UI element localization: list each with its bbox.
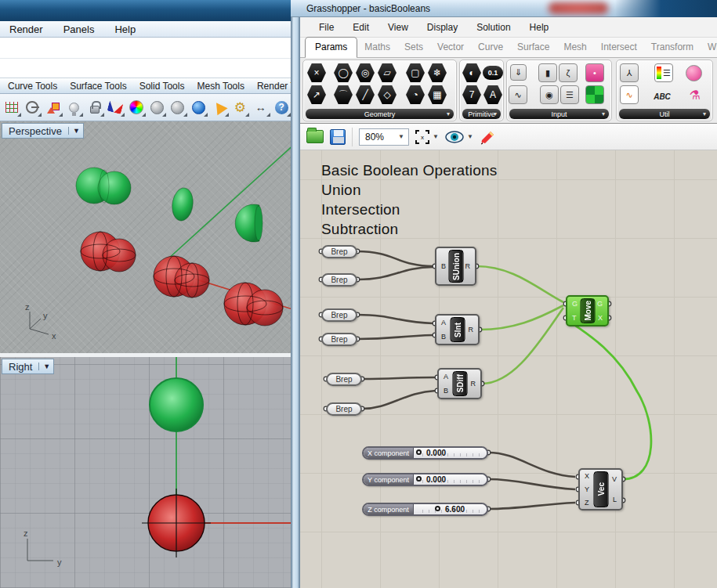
move-input-t[interactable]: T <box>572 314 577 322</box>
x-slider-track[interactable]: 0.000 <box>414 448 487 458</box>
right-viewport[interactable]: Right ▼ z <box>0 357 291 588</box>
y-slider-knob[interactable] <box>416 476 422 482</box>
brep-param-1[interactable]: Brep <box>321 245 357 258</box>
primitive-circle-icon[interactable]: ◐ <box>462 63 482 83</box>
move-label[interactable]: Move <box>580 298 595 323</box>
gears-icon[interactable]: ⚙ <box>231 97 250 117</box>
brep-param-6[interactable]: Brep <box>326 402 362 416</box>
sint-input-a[interactable]: A <box>441 319 446 326</box>
pink-sphere-icon[interactable] <box>686 65 702 81</box>
right-viewport-label[interactable]: Right ▼ <box>2 359 54 374</box>
sphere-icon[interactable] <box>148 97 167 117</box>
zoom-combobox[interactable]: 80% ▼ <box>359 128 409 146</box>
dimension-icon[interactable]: ↔ <box>252 97 270 117</box>
vec-output-l[interactable]: L <box>613 496 617 503</box>
move-component[interactable]: G T G X Move <box>566 295 609 326</box>
z-component-slider[interactable]: Z component 6.600 <box>362 503 488 516</box>
geometry-param-icon-7[interactable]: ↗ <box>306 85 327 105</box>
rhino-command-area[interactable] <box>0 38 291 78</box>
color-swatch-icon[interactable] <box>585 85 604 104</box>
move-output-g[interactable]: G <box>597 300 603 308</box>
circle-center-icon[interactable] <box>24 97 42 117</box>
button-icon[interactable]: ◉ <box>540 85 559 104</box>
vec-component[interactable]: X Y Z V L Vec <box>578 468 623 510</box>
blue-sphere-icon[interactable] <box>190 97 208 117</box>
geometry-param-icon-1[interactable]: × <box>306 63 327 83</box>
group-label-geometry[interactable]: Geometry▾ <box>306 109 454 119</box>
move-output-x[interactable]: X <box>598 314 603 322</box>
sdiff-label[interactable]: SDiff <box>452 371 467 396</box>
tab-surface[interactable]: Surface <box>510 38 556 57</box>
import-icon[interactable]: ⇓ <box>510 64 527 81</box>
group-label-input[interactable]: Input▾ <box>509 109 609 119</box>
sint-input-b[interactable]: B <box>441 333 446 341</box>
tab-surface-tools[interactable]: Surface Tools <box>63 79 133 93</box>
gh-menu-edit[interactable]: Edit <box>345 20 377 35</box>
tab-wb[interactable]: Wb <box>701 38 717 57</box>
graph-icon[interactable]: ∿ <box>620 85 639 104</box>
z-slider-knob[interactable] <box>435 506 440 511</box>
x-slider-knob[interactable] <box>416 449 422 455</box>
tree-icon[interactable]: ⅄ <box>620 63 639 82</box>
gh-menu-solution[interactable]: Solution <box>469 20 518 35</box>
save-file-icon[interactable] <box>330 129 346 145</box>
vec-label[interactable]: Vec <box>593 471 608 507</box>
move-input-g[interactable]: G <box>572 300 578 308</box>
tab-mesh[interactable]: Mesh <box>556 38 593 57</box>
preview-eye-icon[interactable] <box>445 130 464 144</box>
brep-param-2[interactable]: Brep <box>321 273 357 287</box>
tab-mesh-tools[interactable]: Mesh Tools <box>190 79 250 93</box>
sint-label[interactable]: SInt <box>450 317 465 342</box>
sunion-component[interactable]: B R SUnion <box>435 247 476 286</box>
y-component-slider[interactable]: Y component 0.000 <box>362 473 488 486</box>
rhino-menu-render[interactable]: Render <box>9 23 43 35</box>
tab-transform[interactable]: Transform <box>644 38 701 57</box>
perspective-viewport[interactable]: Perspective ▼ <box>0 121 291 353</box>
vec-input-y[interactable]: Y <box>585 485 589 493</box>
vec-input-z[interactable]: Z <box>585 499 589 507</box>
gh-menu-file[interactable]: File <box>311 20 342 35</box>
primitive-number-icon[interactable]: 0.1 <box>483 66 503 80</box>
geometry-param-icon-6[interactable]: ❄ <box>427 63 447 83</box>
sint-component[interactable]: A B R SInt <box>435 314 480 345</box>
open-file-icon[interactable] <box>306 130 324 143</box>
grasshopper-canvas[interactable]: Basic Boolean Operations Union Intersect… <box>300 150 717 588</box>
brep-param-5[interactable]: Brep <box>326 373 362 386</box>
gh-menu-display[interactable]: Display <box>419 20 465 35</box>
tab-curve-tools[interactable]: Curve Tools <box>2 79 63 93</box>
vec-input-x[interactable]: X <box>585 472 589 480</box>
geometry-param-icon-12[interactable]: ▦ <box>427 85 447 105</box>
boolean-toggle-icon[interactable]: ▮ <box>538 63 557 82</box>
sdiff-output-r[interactable]: R <box>471 380 476 388</box>
primitive-integer-icon[interactable]: 7 <box>462 85 482 105</box>
tab-intersect[interactable]: Intersect <box>594 38 644 57</box>
chevron-down-icon[interactable]: ▼ <box>68 127 80 135</box>
jitter-icon[interactable]: ζ <box>559 63 578 82</box>
tab-curve[interactable]: Curve <box>471 38 510 57</box>
layout-shapes-icon[interactable] <box>44 97 63 117</box>
sdiff-input-a[interactable]: A <box>444 373 448 381</box>
sunion-input-b[interactable]: B <box>441 262 446 270</box>
gh-menu-help[interactable]: Help <box>522 20 557 35</box>
geometry-param-icon-5[interactable]: ▢ <box>405 63 425 83</box>
geometry-param-icon-3[interactable]: ◎ <box>355 63 375 83</box>
sunion-output-r[interactable]: R <box>465 262 471 270</box>
brep-param-4[interactable]: Brep <box>321 333 357 346</box>
primitive-text-icon[interactable]: A <box>483 85 503 105</box>
sdiff-component[interactable]: A B R SDiff <box>437 368 482 399</box>
chevron-down-icon[interactable]: ▼ <box>433 133 439 140</box>
gradient-control-icon[interactable]: • <box>585 63 604 82</box>
zoom-extents-icon[interactable]: x <box>415 130 429 144</box>
geometry-param-icon-10[interactable]: ◇ <box>377 85 397 105</box>
help-icon[interactable]: ? <box>273 97 292 117</box>
tab-solid-tools[interactable]: Solid Tools <box>133 79 191 93</box>
tab-sets[interactable]: Sets <box>397 38 430 57</box>
z-slider-track[interactable]: 6.600 <box>414 504 487 514</box>
geometry-param-icon-9[interactable]: ╱ <box>355 85 375 105</box>
geometry-param-icon-8[interactable]: ⌒ <box>333 85 353 105</box>
cone-icon[interactable] <box>210 97 229 117</box>
x-component-slider[interactable]: X component 0.000 <box>362 446 488 460</box>
rhino-menu-panels[interactable]: Panels <box>63 23 95 35</box>
grasshopper-titlebar[interactable]: Grasshopper - basicBooleans <box>291 0 717 17</box>
tab-params[interactable]: Params <box>305 37 357 58</box>
